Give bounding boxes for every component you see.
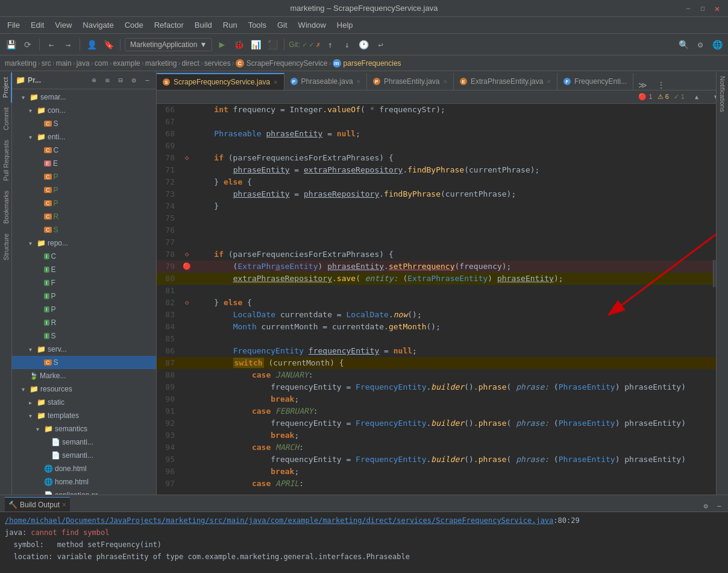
- menu-edit[interactable]: Edit: [26, 18, 49, 32]
- back-button[interactable]: ←: [44, 37, 58, 52]
- tab-close-phrase-entity[interactable]: ×: [444, 78, 447, 85]
- tree-item-repo-c[interactable]: I C: [12, 250, 156, 263]
- menu-run[interactable]: Run: [218, 18, 242, 32]
- stop-button[interactable]: ⬛: [265, 37, 280, 52]
- tree-item-enti[interactable]: ▾ 📁 enti...: [12, 130, 156, 144]
- tree-item-e1[interactable]: E E: [12, 157, 156, 170]
- git-action1[interactable]: ↑: [323, 37, 337, 52]
- tabs-more-button[interactable]: ≫: [633, 80, 652, 90]
- tree-item-resources[interactable]: ▾ 📁 resources: [12, 382, 156, 396]
- breadcrumb-com[interactable]: com: [95, 59, 108, 68]
- tree-item-static[interactable]: ▸ 📁 static: [12, 396, 156, 409]
- tab-phrase-entity[interactable]: P PhraseEntity.java ×: [367, 73, 454, 90]
- breadcrumb-marketing[interactable]: marketing: [5, 59, 37, 68]
- tree-item-sem1[interactable]: 📄 semanti...: [12, 435, 156, 449]
- tab-close-scrape[interactable]: ×: [274, 78, 277, 86]
- settings-button[interactable]: ⚙: [693, 37, 708, 52]
- tab-frequency-enti[interactable]: F FrequencyEnti...: [557, 73, 633, 90]
- tree-item-appprops[interactable]: 📄 application.pr...: [12, 489, 156, 495]
- tabs-menu-button[interactable]: ⋮: [652, 80, 670, 90]
- bookmark-button[interactable]: 🔖: [101, 37, 116, 52]
- debug-button[interactable]: 🐞: [231, 37, 246, 52]
- menu-code[interactable]: Code: [120, 18, 148, 32]
- breadcrumb-example[interactable]: example: [113, 59, 140, 68]
- tree-item-repo-s[interactable]: I S: [12, 329, 156, 343]
- breadcrumb-direct[interactable]: direct: [181, 59, 199, 68]
- menu-tools[interactable]: Tools: [243, 18, 271, 32]
- menu-navigate[interactable]: Navigate: [78, 18, 118, 32]
- run-button[interactable]: ▶: [215, 37, 229, 52]
- tree-item-s2[interactable]: C S: [12, 223, 156, 236]
- tree-item-p3[interactable]: C P: [12, 197, 156, 210]
- breadcrumb-main[interactable]: main: [56, 59, 72, 68]
- tree-item-serv[interactable]: ▾ 📁 serv...: [12, 343, 156, 356]
- sidebar-tab-commit[interactable]: Commit: [1, 103, 11, 135]
- tree-item-r1[interactable]: C R: [12, 210, 156, 223]
- menu-view[interactable]: View: [50, 18, 77, 32]
- tree-item-repo-p2[interactable]: I P: [12, 303, 156, 316]
- sidebar-tab-project[interactable]: Project: [0, 72, 12, 103]
- tree-item-p2[interactable]: C P: [12, 183, 156, 197]
- forward-button[interactable]: →: [61, 37, 75, 52]
- tree-item-repo-f[interactable]: I F: [12, 276, 156, 290]
- sidebar-tab-structure[interactable]: Structure: [1, 229, 11, 265]
- tree-item-semantics[interactable]: ▾ 📁 semantics: [12, 422, 156, 435]
- run-config-dropdown[interactable]: MarketingApplication ▼: [125, 38, 212, 51]
- tree-item-done[interactable]: 🌐 done.html: [12, 462, 156, 475]
- tree-item-repo[interactable]: ▾ 📁 repo...: [12, 236, 156, 250]
- tree-item-marke[interactable]: 🍃 Marke...: [12, 369, 156, 382]
- build-minimize-button[interactable]: −: [714, 501, 724, 511]
- menu-refactor[interactable]: Refactor: [149, 18, 189, 32]
- tree-item-templates[interactable]: ▾ 📁 templates: [12, 409, 156, 422]
- person-button[interactable]: 👤: [84, 37, 99, 52]
- notifications-tab[interactable]: Notifications: [718, 72, 727, 116]
- tab-extra-phrase[interactable]: E ExtraPhraseEntity.java ×: [454, 73, 557, 90]
- save-all-button[interactable]: 💾: [4, 37, 18, 52]
- maximize-button[interactable]: □: [698, 4, 708, 13]
- sidebar-tab-bookmarks[interactable]: Bookmarks: [1, 186, 11, 229]
- build-tab-close[interactable]: ×: [62, 501, 66, 509]
- sidebar-tab-pull-requests[interactable]: Pull Requests: [1, 135, 11, 186]
- git-action3[interactable]: 🕐: [357, 37, 371, 52]
- build-settings-button[interactable]: ⚙: [700, 501, 711, 511]
- git-undo[interactable]: ↩: [374, 37, 388, 52]
- code-editor[interactable]: 66 int frequency = Integer.valueOf( * fr…: [157, 104, 728, 495]
- breadcrumb-service-class[interactable]: ScrapeFrequencyService: [246, 59, 328, 68]
- menu-git[interactable]: Git: [272, 18, 292, 32]
- tree-item-p1[interactable]: C P: [12, 170, 156, 183]
- tree-item-repo-r[interactable]: I R: [12, 316, 156, 329]
- sync-button[interactable]: ⟳: [20, 37, 35, 52]
- search-button[interactable]: 🔍: [676, 37, 691, 52]
- tree-item-repo-p1[interactable]: I P: [12, 290, 156, 303]
- menu-file[interactable]: File: [2, 18, 25, 32]
- profile-button[interactable]: 📊: [248, 37, 263, 52]
- tree-item-semar[interactable]: ▾ 📁 semar...: [12, 90, 156, 104]
- tab-phraseable[interactable]: P Phraseable.java ×: [284, 73, 368, 90]
- menu-window[interactable]: Window: [293, 18, 331, 32]
- tree-item-repo-e[interactable]: I E: [12, 263, 156, 276]
- tree-item-s1[interactable]: C S: [12, 117, 156, 130]
- breadcrumb-java[interactable]: java: [77, 59, 90, 68]
- breadcrumb-src[interactable]: src: [42, 59, 51, 68]
- code-editor-container[interactable]: 66 int frequency = Integer.valueOf( * fr…: [157, 104, 728, 495]
- project-gear-icon[interactable]: ⚙: [128, 75, 139, 86]
- build-file-link[interactable]: /home/michael/Documents/JavaProjects/mar…: [5, 516, 553, 525]
- project-filter-icon[interactable]: ⊟: [115, 75, 126, 86]
- breadcrumb-marketing2[interactable]: marketing: [145, 59, 177, 68]
- project-settings-icon[interactable]: ⊕: [89, 75, 99, 86]
- project-collapse-icon[interactable]: −: [142, 75, 152, 86]
- tree-item-con[interactable]: ▾ 📁 con...: [12, 104, 156, 117]
- tab-close-extra-phrase[interactable]: ×: [547, 78, 550, 85]
- breadcrumb-method[interactable]: parseFrequencies: [344, 59, 401, 68]
- git-action2[interactable]: ↓: [340, 37, 354, 52]
- project-list-icon[interactable]: ≡: [102, 75, 113, 86]
- menu-help[interactable]: Help: [332, 18, 358, 32]
- tree-item-home[interactable]: 🌐 home.html: [12, 475, 156, 489]
- build-label[interactable]: 🔨 Build Output ×: [5, 497, 70, 511]
- tree-item-c1[interactable]: C C: [12, 144, 156, 157]
- tree-item-sem2[interactable]: 📄 semanti...: [12, 449, 156, 462]
- tab-scrape-frequency[interactable]: S ScrapeFrequencyService.java ×: [157, 73, 284, 90]
- close-button[interactable]: ✕: [712, 4, 722, 13]
- menu-build[interactable]: Build: [190, 18, 217, 32]
- minimize-button[interactable]: –: [683, 4, 693, 13]
